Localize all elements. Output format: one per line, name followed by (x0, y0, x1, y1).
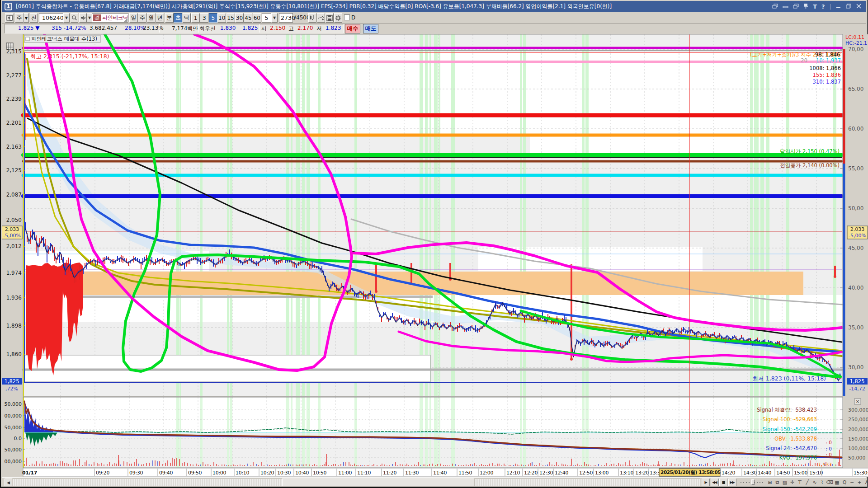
zigzag1-icon[interactable]: ∿ (811, 479, 819, 486)
rewind-button[interactable]: ◀◀ (711, 479, 719, 486)
copy-window-icon[interactable] (793, 3, 799, 10)
save-button[interactable] (326, 13, 334, 23)
scrollbar-thumb[interactable] (282, 479, 474, 486)
timeframe-button-45[interactable]: 45 (244, 13, 252, 23)
minimize-button[interactable] (836, 3, 841, 10)
svg-text:1,825: 1,825 (5, 378, 19, 385)
interval-dropdown[interactable]: ▼ (271, 13, 278, 23)
stop-button[interactable]: ■ (719, 479, 727, 486)
stock-code-dropdown[interactable]: ▼ (63, 13, 70, 23)
bar-count-input[interactable]: 2730 (279, 13, 293, 23)
low-price: 1,823 (326, 25, 341, 31)
svg-text:00,000: 00,000 (5, 413, 22, 419)
scroll-left-arrow[interactable]: ◀ (5, 479, 12, 486)
grid-icon (6, 43, 13, 49)
play-button[interactable]: ▶ (702, 479, 710, 486)
timeframe-button-월[interactable]: 월 (147, 13, 156, 23)
trade-amount: 7,174백만 (172, 25, 198, 33)
timeframe-button-년[interactable]: 년 (156, 13, 164, 23)
win-cascade-icon[interactable]: ⧉ (774, 479, 782, 486)
pin-icon[interactable] (803, 3, 808, 10)
turnover-percent: 28.10% (125, 25, 146, 31)
svg-text:,72%: ,72% (5, 386, 18, 392)
svg-text:13:00: 13:00 (595, 470, 609, 476)
minbar-icon[interactable] (783, 3, 788, 10)
svg-text:2,163: 2,163 (6, 144, 22, 150)
svg-text:40,00: 40,00 (848, 285, 863, 291)
eraser-icon[interactable]: ⌫ (826, 479, 834, 486)
text-tool-icon[interactable]: T (813, 3, 817, 10)
timeframe-button-60[interactable]: 60 (253, 13, 261, 23)
period-week-button[interactable]: 주 (15, 13, 24, 23)
buy-button[interactable]: 매수 (345, 24, 360, 33)
timeframe-button-분[interactable]: 분 (165, 13, 174, 23)
titlebar: 1 [0601] 주식종합차트 - 유통비율[67.8] 거래대금[7,174(… (2, 1, 866, 12)
popout-icon[interactable] (772, 3, 778, 10)
svg-text:30,00: 30,00 (848, 364, 863, 371)
jeon-button[interactable]: 전 (30, 13, 38, 23)
svg-text:50,000: 50,000 (5, 401, 22, 407)
d-checkbox[interactable] (344, 14, 350, 20)
settings-button[interactable] (334, 13, 342, 23)
svg-text:2,033: 2,033 (850, 226, 865, 232)
trend-box-icon[interactable]: ▨ (781, 479, 789, 486)
panel-toggle-button[interactable] (5, 13, 14, 23)
resize-grip-icon (124, 18, 127, 22)
interval-value-field[interactable]: 5 (262, 13, 271, 23)
timeframe-button-30[interactable]: 30 (235, 13, 244, 23)
svg-text:10:00: 10:00 (212, 470, 226, 476)
candle-settings-button[interactable] (308, 13, 316, 23)
sell-button[interactable]: 매도 (363, 24, 378, 33)
svg-text:Signal 체결량: -538,423: Signal 체결량: -538,423 (757, 407, 817, 413)
sound-button[interactable] (79, 13, 87, 23)
svg-text:13:3: 13:3 (650, 470, 660, 476)
timeframe-button-틱[interactable]: 틱 (183, 13, 191, 23)
svg-text:15:00: 15:00 (794, 470, 808, 476)
forward-button[interactable]: ▶▶ (728, 479, 736, 486)
period-week-dropdown[interactable]: ▾ (24, 13, 29, 23)
stock-name-field[interactable]: 경파인테크닉 (92, 13, 128, 23)
speed-slider-handle[interactable] (751, 479, 755, 485)
timeframe-button-1[interactable]: 1 (191, 13, 200, 23)
horz-line-icon[interactable]: ⊤ (796, 479, 804, 486)
win-plus-icon[interactable]: ⊞ (766, 479, 774, 486)
magnifier-icon[interactable]: Q (840, 479, 849, 486)
stock-code-input[interactable]: 106240 (39, 13, 63, 23)
restore-button[interactable] (846, 3, 852, 10)
plus-icon[interactable]: + (855, 479, 863, 486)
zigzag2-icon[interactable]: ⌇ (818, 479, 826, 486)
close-button[interactable] (856, 3, 862, 10)
bar-count-total: /4500 (294, 14, 310, 21)
diag-line-icon[interactable]: ╱ (803, 479, 811, 486)
svg-text:310: 1,837: 310: 1,837 (813, 79, 841, 85)
svg-text:2,050: 2,050 (6, 217, 22, 223)
A-icon[interactable]: A (863, 479, 868, 486)
best-quote-label: 최우선 (199, 25, 216, 33)
line-add-button[interactable] (317, 13, 325, 23)
timeframe-button-초[interactable]: 초 (174, 13, 182, 23)
timeframe-button-일[interactable]: 일 (129, 13, 138, 23)
svg-text:10:50: 10:50 (313, 470, 327, 476)
svg-text:15:10: 15:10 (809, 470, 823, 476)
svg-text:13:10: 13:10 (620, 470, 634, 476)
svg-text:20: 20 (801, 57, 807, 64)
timeframe-button-3[interactable]: 3 (200, 13, 208, 23)
stock-search-button[interactable] (71, 13, 78, 23)
svg-text:01/17: 01/17 (22, 470, 37, 476)
timeframe-button-5[interactable]: 5 (209, 13, 217, 23)
svg-text:12:20: 12:20 (524, 470, 538, 476)
minus-icon[interactable]: − (848, 479, 856, 486)
svg-text:09:50: 09:50 (188, 470, 202, 476)
svg-text:14:50: 14:50 (776, 470, 790, 476)
grid-icon[interactable]: ▦ (833, 479, 841, 486)
svg-text:14:30: 14:30 (743, 470, 757, 476)
svg-text:1,936: 1,936 (6, 295, 22, 301)
help-icon[interactable]: ? (821, 3, 825, 10)
timeframe-button-10[interactable]: 10 (217, 13, 226, 23)
timeframe-button-주[interactable]: 주 (138, 13, 146, 23)
svg-text:10:10: 10:10 (236, 470, 250, 476)
svg-text:최고 2,315 (-21,17%, 15:18): 최고 2,315 (-21,17%, 15:18) (30, 53, 109, 60)
cross-line-icon[interactable]: ✛ (788, 479, 797, 486)
timeframe-button-15[interactable]: 15 (226, 13, 235, 23)
svg-text:-5,00%: -5,00% (849, 233, 866, 239)
